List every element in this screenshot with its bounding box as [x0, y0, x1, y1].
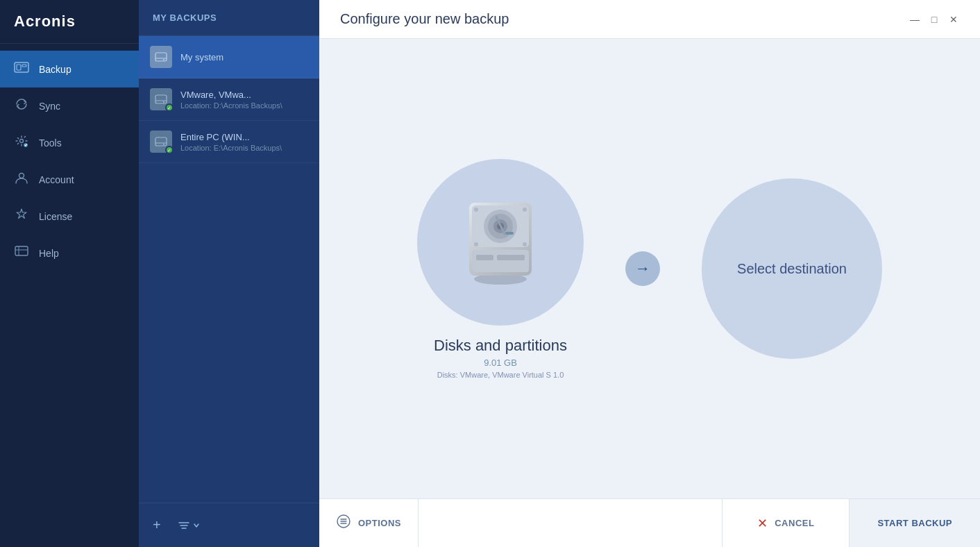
app-logo: Acronis [0, 0, 139, 44]
sidebar-item-account-label: Account [39, 174, 74, 185]
svg-rect-38 [497, 255, 525, 260]
sidebar-item-tools-label: Tools [39, 137, 62, 149]
filter-button[interactable] [175, 517, 203, 534]
svg-point-34 [474, 242, 478, 246]
svg-rect-31 [505, 232, 514, 235]
svg-point-3 [20, 140, 24, 143]
sidebar-item-license[interactable]: License [0, 198, 139, 235]
destination-label: Select destination [723, 247, 861, 291]
source-size: 9.01 GB [484, 357, 517, 368]
window-controls: — □ ✕ [909, 14, 959, 25]
destination-circle[interactable]: Select destination [702, 178, 882, 359]
config-area: Disks and partitions 9.01 GB Disks: VMwa… [319, 39, 980, 498]
arrow-circle: → [625, 251, 660, 286]
sidebar-item-account[interactable]: Account [0, 161, 139, 198]
svg-rect-15 [155, 137, 167, 146]
backup-panel: My backups My system [139, 0, 319, 547]
my-system-name: My system [180, 52, 308, 62]
entire-pc-location: Location: E:\Acronis Backups\ [180, 144, 308, 152]
source-section: Disks and partitions 9.01 GB Disks: VMwa… [417, 159, 584, 379]
source-circle[interactable] [417, 159, 584, 326]
window-title: Configure your new backup [340, 11, 509, 27]
toolbar-spacer [419, 499, 722, 547]
svg-rect-12 [155, 95, 167, 103]
entire-pc-icon-container [150, 131, 172, 153]
arrow-icon: → [635, 260, 650, 278]
sidebar-item-backup[interactable]: Backup [0, 51, 139, 87]
maximize-button[interactable]: □ [929, 14, 940, 25]
entire-pc-info: Entire PC (WIN... Location: E:\Acronis B… [180, 132, 308, 152]
account-icon [14, 171, 29, 188]
add-backup-button[interactable]: + [150, 514, 164, 536]
svg-point-33 [523, 208, 527, 212]
license-icon [14, 208, 29, 225]
sidebar-item-backup-label: Backup [39, 64, 71, 75]
start-backup-button[interactable]: START BACKUP [849, 499, 980, 547]
entire-pc-status-dot [165, 146, 174, 154]
cancel-icon: ✕ [757, 516, 768, 531]
svg-rect-6 [15, 246, 28, 255]
close-button[interactable]: ✕ [948, 14, 959, 25]
cancel-button[interactable]: ✕ CANCEL [722, 499, 849, 547]
sidebar-item-sync-label: Sync [39, 101, 60, 112]
my-system-item[interactable]: My system [139, 36, 319, 78]
backup-panel-title: My backups [139, 0, 319, 36]
sidebar: Acronis Backup [0, 0, 139, 547]
svg-rect-2 [22, 65, 26, 67]
title-bar: Configure your new backup — □ ✕ [319, 0, 980, 39]
svg-point-35 [523, 242, 527, 246]
svg-point-5 [19, 174, 24, 178]
sidebar-item-license-label: License [39, 211, 72, 222]
vmware-location: Location: D:\Acronis Backups\ [180, 101, 308, 110]
svg-point-14 [163, 101, 164, 103]
vmware-info: VMware, VMwa... Location: D:\Acronis Bac… [180, 90, 308, 110]
sidebar-nav: Backup Sync [0, 51, 139, 547]
backup-icon [14, 60, 29, 78]
main-content: Configure your new backup — □ ✕ [319, 0, 980, 547]
options-label: OPTIONS [358, 518, 401, 528]
svg-point-17 [163, 144, 164, 145]
svg-rect-1 [17, 65, 21, 70]
svg-point-11 [163, 59, 164, 60]
help-icon [14, 244, 29, 262]
sidebar-item-help-label: Help [39, 248, 59, 259]
svg-rect-37 [476, 255, 493, 260]
svg-rect-9 [155, 53, 167, 61]
sync-icon [14, 97, 29, 115]
hdd-graphic [462, 197, 539, 287]
cancel-label: CANCEL [775, 518, 814, 528]
start-backup-label: START BACKUP [877, 518, 952, 528]
sidebar-item-help[interactable]: Help [0, 235, 139, 271]
svg-point-32 [474, 208, 478, 212]
backup-panel-footer: + [139, 503, 319, 547]
bottom-toolbar: OPTIONS ✕ CANCEL START BACKUP [319, 498, 980, 547]
source-label: Disks and partitions [434, 337, 567, 355]
entire-pc-name: Entire PC (WIN... [180, 132, 308, 142]
vmware-name: VMware, VMwa... [180, 90, 308, 100]
sidebar-item-sync[interactable]: Sync [0, 87, 139, 124]
svg-rect-36 [472, 250, 529, 272]
vmware-status-dot [165, 103, 174, 112]
vmware-icon-container [150, 88, 172, 110]
minimize-button[interactable]: — [909, 14, 920, 25]
tools-icon [14, 134, 29, 151]
svg-point-4 [24, 144, 28, 147]
entire-pc-item[interactable]: Entire PC (WIN... Location: E:\Acronis B… [139, 121, 319, 163]
vmware-item[interactable]: VMware, VMwa... Location: D:\Acronis Bac… [139, 78, 319, 121]
source-detail: Disks: VMware, VMware Virtual S 1.0 [437, 371, 564, 379]
my-system-info: My system [180, 52, 308, 62]
options-button[interactable]: OPTIONS [319, 499, 419, 547]
my-system-icon [150, 46, 172, 68]
sidebar-item-tools[interactable]: Tools [0, 124, 139, 161]
options-icon [336, 514, 351, 532]
